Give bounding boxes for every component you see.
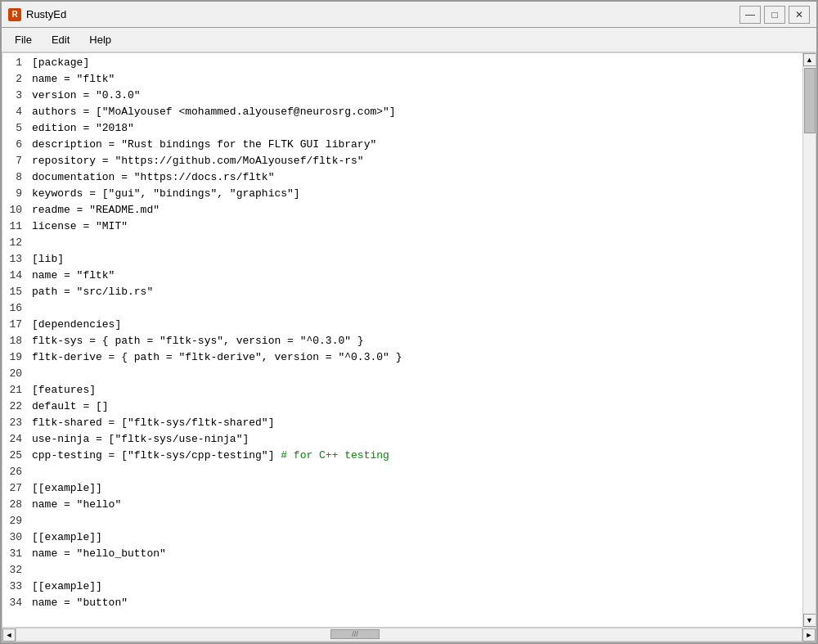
scroll-h-thumb[interactable]: /// <box>330 629 380 639</box>
title-bar: R RustyEd — □ ✕ <box>2 2 816 28</box>
line-num: 23 <box>6 415 22 431</box>
code-line <box>32 513 799 529</box>
scroll-v-track[interactable] <box>803 66 816 614</box>
line-num: 10 <box>6 202 22 218</box>
code-line: name = "button" <box>32 595 799 611</box>
line-num: 34 <box>6 595 22 611</box>
line-num: 7 <box>6 153 22 169</box>
code-line <box>32 464 799 480</box>
main-window: R RustyEd — □ ✕ File Edit Help 123456789… <box>0 0 818 644</box>
line-num: 27 <box>6 480 22 497</box>
code-line <box>32 235 799 251</box>
code-line: license = "MIT" <box>32 218 799 235</box>
line-num: 18 <box>6 333 22 349</box>
code-line <box>32 300 799 317</box>
line-num: 24 <box>6 431 22 448</box>
line-num: 5 <box>6 120 22 137</box>
code-line: cpp-testing = ["fltk-sys/cpp-testing"] #… <box>32 448 799 464</box>
code-line: keywords = ["gui", "bindings", "graphics… <box>32 186 799 202</box>
line-num: 3 <box>6 88 22 104</box>
line-num: 21 <box>6 382 22 399</box>
line-num: 20 <box>6 366 22 382</box>
horizontal-scrollbar-bar: ◄ /// ► <box>2 627 816 642</box>
line-num: 4 <box>6 104 22 120</box>
code-line: name = "hello_button" <box>32 546 799 562</box>
code-line: readme = "README.md" <box>32 202 799 218</box>
line-num: 29 <box>6 513 22 529</box>
code-line: fltk-sys = { path = "fltk-sys", version … <box>32 333 799 349</box>
code-line: [[example]] <box>32 579 799 595</box>
code-line <box>32 562 799 579</box>
line-num: 28 <box>6 497 22 513</box>
scroll-right-button[interactable]: ► <box>802 628 816 642</box>
code-line: [[example]] <box>32 529 799 546</box>
line-num: 6 <box>6 137 22 153</box>
line-num: 26 <box>6 464 22 480</box>
code-line: edition = "2018" <box>32 120 799 137</box>
line-num: 2 <box>6 71 22 88</box>
window-title: RustyEd <box>26 8 66 20</box>
line-num: 17 <box>6 317 22 333</box>
code-line: name = "fltk" <box>32 268 799 284</box>
code-line: documentation = "https://docs.rs/fltk" <box>32 169 799 186</box>
line-num: 25 <box>6 448 22 464</box>
scroll-h-thumb-label: /// <box>331 630 379 638</box>
app-icon: R <box>8 8 21 21</box>
code-line: path = "src/lib.rs" <box>32 284 799 300</box>
line-num: 19 <box>6 349 22 366</box>
line-num: 16 <box>6 300 22 317</box>
scroll-left-button[interactable]: ◄ <box>2 628 16 642</box>
line-num: 8 <box>6 169 22 186</box>
code-content[interactable]: [package]name = "fltk"version = "0.3.0"a… <box>29 53 802 627</box>
menu-edit[interactable]: Edit <box>42 30 79 49</box>
code-line: [dependencies] <box>32 317 799 333</box>
code-line: name = "fltk" <box>32 71 799 88</box>
scroll-v-thumb[interactable] <box>804 68 816 133</box>
line-num: 30 <box>6 529 22 546</box>
code-line: description = "Rust bindings for the FLT… <box>32 137 799 153</box>
code-line: [lib] <box>32 251 799 268</box>
code-line: authors = ["MoAlyousef <mohammed.alyouse… <box>32 104 799 120</box>
menu-help[interactable]: Help <box>79 30 121 49</box>
line-numbers: 1234567891011121314151617181920212223242… <box>2 53 29 627</box>
line-num: 12 <box>6 235 22 251</box>
maximize-button[interactable]: □ <box>764 6 785 24</box>
line-num: 31 <box>6 546 22 562</box>
line-num: 14 <box>6 268 22 284</box>
code-line <box>32 366 799 382</box>
minimize-button[interactable]: — <box>739 6 761 24</box>
close-button[interactable]: ✕ <box>789 6 810 24</box>
editor-area: 1234567891011121314151617181920212223242… <box>2 52 816 642</box>
title-bar-controls: — □ ✕ <box>739 6 810 24</box>
code-line: [package] <box>32 55 799 71</box>
line-num: 22 <box>6 399 22 415</box>
code-line: use-ninja = ["fltk-sys/use-ninja"] <box>32 431 799 448</box>
menu-file[interactable]: File <box>5 30 42 49</box>
code-line: fltk-derive = { path = "fltk-derive", ve… <box>32 349 799 366</box>
title-bar-left: R RustyEd <box>8 8 66 21</box>
line-num: 33 <box>6 579 22 595</box>
menu-bar: File Edit Help <box>2 28 816 52</box>
code-line: fltk-shared = ["fltk-sys/fltk-shared"] <box>32 415 799 431</box>
line-num: 9 <box>6 186 22 202</box>
code-line: repository = "https://github.com/MoAlyou… <box>32 153 799 169</box>
line-num: 1 <box>6 55 22 71</box>
editor-scroll-container: 1234567891011121314151617181920212223242… <box>2 53 816 627</box>
code-line: version = "0.3.0" <box>32 88 799 104</box>
scroll-down-button[interactable]: ▼ <box>803 614 816 627</box>
line-num: 13 <box>6 251 22 268</box>
line-num: 32 <box>6 562 22 579</box>
code-line: name = "hello" <box>32 497 799 513</box>
code-line: default = [] <box>32 399 799 415</box>
code-line: [features] <box>32 382 799 399</box>
code-line: [[example]] <box>32 480 799 497</box>
line-num: 15 <box>6 284 22 300</box>
scroll-up-button[interactable]: ▲ <box>803 53 816 66</box>
editor-content[interactable]: 1234567891011121314151617181920212223242… <box>2 53 802 627</box>
line-num: 11 <box>6 218 22 235</box>
scroll-h-track[interactable]: /// <box>16 628 802 642</box>
vertical-scrollbar[interactable]: ▲ ▼ <box>802 53 816 627</box>
